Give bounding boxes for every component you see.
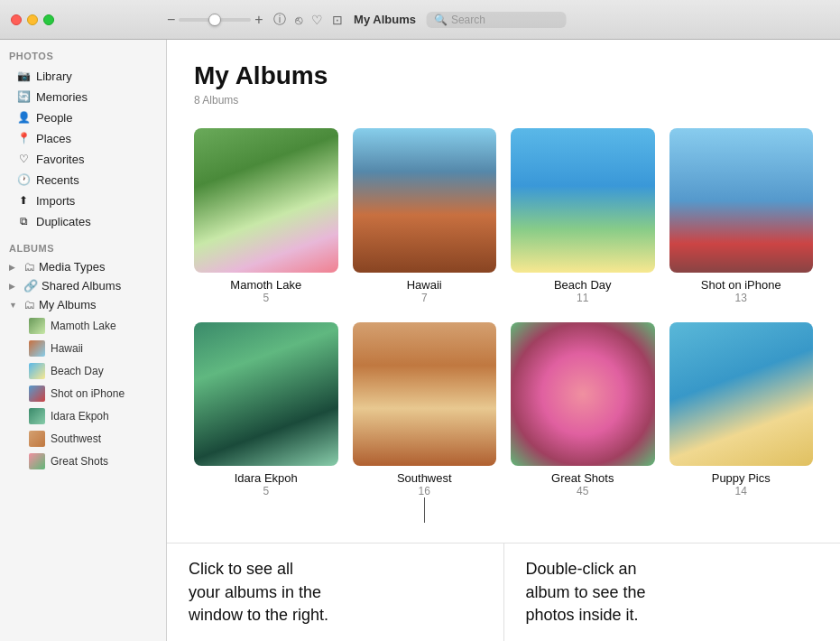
- chevron-right-icon: ▶: [9, 282, 20, 291]
- album-photo: [194, 322, 338, 467]
- album-thumb: [29, 431, 45, 447]
- album-thumbnail: [511, 128, 655, 273]
- sidebar-group-media-types[interactable]: ▶ 🗂 Media Types: [0, 257, 166, 276]
- album-name: Great Shots: [551, 471, 614, 485]
- titlebar-center: ⓘ ⎋ ♡ ⊡ My Albums 🔍: [273, 12, 567, 28]
- album-thumbnail: [194, 128, 338, 273]
- info-icon[interactable]: ⓘ: [273, 12, 286, 28]
- heart-icon[interactable]: ♡: [311, 13, 323, 27]
- sidebar-item-library[interactable]: 📷 Library: [4, 66, 162, 86]
- favorites-icon: ♡: [16, 152, 31, 166]
- album-name: Hawaii: [407, 278, 442, 292]
- album-thumb: [29, 318, 45, 334]
- album-card-mamoth-lake[interactable]: Mamoth Lake 5: [194, 128, 338, 304]
- albums-grid: Mamoth Lake 5 Hawaii 7 Bea: [194, 128, 813, 497]
- sidebar-item-recents[interactable]: 🕐 Recents: [4, 170, 162, 190]
- titlebar-controls: ⓘ ⎋ ♡ ⊡: [273, 12, 343, 28]
- sidebar-item-label: Imports: [36, 194, 153, 208]
- album-thumb: [29, 340, 45, 357]
- minimize-button[interactable]: [27, 14, 38, 25]
- slider-track[interactable]: [179, 18, 251, 22]
- chevron-right-icon: ▶: [9, 263, 20, 272]
- sidebar-subitem-idara-ekpoh[interactable]: Idara Ekpoh: [4, 405, 162, 427]
- sidebar-item-label: Duplicates: [36, 215, 153, 228]
- sidebar-item-places[interactable]: 📍 Places: [4, 128, 162, 148]
- sidebar-item-people[interactable]: 👤 People: [4, 107, 162, 127]
- sidebar-subitem-shot-on-iphone[interactable]: Shot on iPhone: [4, 383, 162, 404]
- sidebar-group-my-albums[interactable]: ▼ 🗂 My Albums: [0, 295, 166, 314]
- album-count: 14: [735, 485, 747, 497]
- album-photo: [353, 128, 497, 273]
- memories-icon: 🔄: [16, 89, 31, 104]
- album-name: Idara Ekpoh: [235, 471, 298, 485]
- album-count: 13: [735, 292, 747, 304]
- album-card-shot-on-iphone[interactable]: Shot on iPhone 13: [669, 128, 814, 304]
- traffic-lights: [0, 14, 54, 25]
- close-button[interactable]: [11, 14, 22, 25]
- titlebar: − + ⓘ ⎋ ♡ ⊡ My Albums 🔍: [0, 0, 840, 40]
- album-thumb: [29, 408, 45, 424]
- shared-icon: 🔗: [23, 279, 38, 293]
- maximize-button[interactable]: [43, 14, 54, 25]
- sidebar-item-label: Memories: [36, 90, 153, 104]
- album-name: Southwest: [397, 471, 452, 485]
- zoom-in-button[interactable]: +: [254, 12, 263, 28]
- people-icon: 👤: [16, 110, 31, 125]
- sidebar-item-favorites[interactable]: ♡ Favorites: [4, 149, 162, 169]
- imports-icon: ⬆: [16, 193, 31, 208]
- album-photo: [194, 128, 338, 273]
- sidebar-subitem-beach-day[interactable]: Beach Day: [4, 360, 162, 382]
- album-thumbnail: [669, 128, 814, 273]
- album-name: Puppy Pics: [712, 471, 771, 485]
- album-card-great-shots[interactable]: Great Shots 45: [511, 322, 655, 498]
- zoom-out-button[interactable]: −: [167, 12, 175, 28]
- sidebar-subitem-hawaii[interactable]: Hawaii: [4, 338, 162, 359]
- sidebar-item-duplicates[interactable]: ⧉ Duplicates: [4, 211, 162, 231]
- search-icon: 🔍: [434, 14, 448, 26]
- album-card-puppy-pics[interactable]: Puppy Pics 14: [669, 322, 814, 498]
- sidebar-item-memories[interactable]: 🔄 Memories: [4, 87, 162, 107]
- sidebar-item-label: People: [36, 111, 153, 125]
- albums-section-header: Albums: [0, 232, 166, 257]
- album-card-southwest[interactable]: Southwest 16: [353, 322, 497, 498]
- album-card-beach-day[interactable]: Beach Day 11: [511, 128, 655, 304]
- sidebar-item-label: Library: [36, 70, 153, 83]
- library-icon: 📷: [16, 69, 31, 83]
- album-count: 16: [419, 485, 430, 497]
- window-title: My Albums: [354, 13, 416, 26]
- photos-section-header: Photos: [0, 40, 166, 65]
- album-card-hawaii[interactable]: Hawaii 7: [353, 128, 497, 304]
- chevron-down-icon: ▼: [9, 301, 20, 310]
- album-count: 7: [421, 292, 428, 304]
- sidebar-item-imports[interactable]: ⬆ Imports: [4, 190, 162, 210]
- myalbums-icon: 🗂: [23, 298, 35, 311]
- subitem-label: Beach Day: [51, 365, 104, 377]
- album-photo: [511, 322, 655, 467]
- subitem-label: Idara Ekpoh: [51, 410, 109, 423]
- sidebar-item-label: Places: [36, 132, 153, 145]
- callout-line: [424, 497, 425, 523]
- album-card-idara-ekpoh[interactable]: Idara Ekpoh 5: [194, 322, 338, 498]
- folder-icon: 🗂: [23, 260, 35, 274]
- album-photo: [669, 322, 814, 467]
- subitem-label: Shot on iPhone: [51, 387, 125, 400]
- main-area: My Albums 8 Albums Mamoth Lake 5: [167, 40, 840, 543]
- album-count: 11: [577, 292, 588, 304]
- search-input[interactable]: [451, 14, 559, 26]
- share-icon[interactable]: ⎋: [295, 13, 302, 27]
- crop-icon[interactable]: ⊡: [332, 13, 343, 27]
- callout-right-text: Double-click analbum to see thephotos in…: [526, 560, 646, 623]
- sidebar-group-shared-albums[interactable]: ▶ 🔗 Shared Albums: [0, 276, 166, 295]
- group-label: Shared Albums: [42, 279, 121, 293]
- album-count: 45: [577, 485, 588, 497]
- sidebar-subitem-mamoth-lake[interactable]: Mamoth Lake: [4, 315, 162, 337]
- sidebar-subitem-great-shots[interactable]: Great Shots: [4, 451, 162, 472]
- group-label: My Albums: [39, 298, 97, 311]
- callout-left-text: Click to see allyour albums in thewindow…: [189, 560, 328, 623]
- sidebar-subitem-southwest[interactable]: Southwest: [4, 428, 162, 450]
- album-thumb: [29, 386, 45, 402]
- search-box[interactable]: 🔍: [427, 12, 567, 28]
- slider-thumb[interactable]: [208, 14, 221, 26]
- album-count: 5: [263, 292, 269, 304]
- album-thumbnail: [669, 322, 814, 467]
